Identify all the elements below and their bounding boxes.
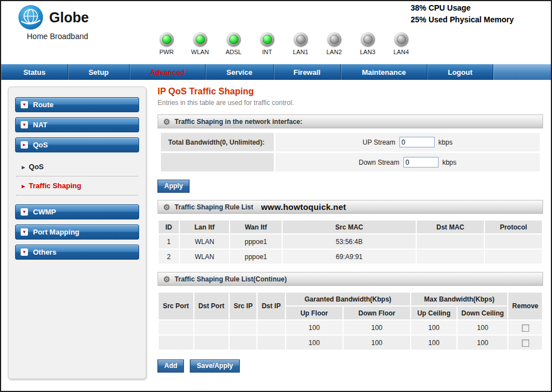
col-down-floor: Down Floor <box>344 307 410 319</box>
section-heading: Traffic Shaping Rule List <box>175 203 254 211</box>
led-lan3: LAN3 <box>360 32 375 55</box>
nav-item-maintenance[interactable]: Maintenance <box>341 64 427 80</box>
section-heading: Traffic Shaping Rule List(Continue) <box>175 275 287 283</box>
cell-lan-itf: WLAN <box>180 250 229 264</box>
chevron-down-icon <box>21 121 28 128</box>
cell-dst-mac <box>417 250 484 264</box>
sidebar-item-others[interactable]: Others <box>15 245 139 260</box>
page-subtitle: Entries in this table are used for traff… <box>158 99 543 107</box>
col-remove: Remove <box>508 293 542 319</box>
col-group-garanted: Garanted Bandwidth(Kbps) <box>286 293 410 305</box>
cell-src-mac: 69:A9:91 <box>283 250 416 264</box>
cell-dst-port <box>194 336 229 350</box>
cell-down-floor: 100 <box>344 336 410 350</box>
led-pwr: PWR <box>159 32 174 55</box>
rule-list-continue-table: Src Port Dst Port Src IP Dst IP Garanted… <box>158 291 543 351</box>
led-wlan: WLAN <box>192 32 208 55</box>
cell-dst-ip <box>258 321 284 334</box>
gear-icon <box>163 118 170 126</box>
content: Route NAT QoS QoS Traffic Shaping <box>1 80 551 379</box>
nav-item-setup[interactable]: Setup <box>68 64 130 80</box>
table-header-row: ID Lan Itf Wan Itf Src MAC Dst MAC Proto… <box>159 221 542 233</box>
nav-item-logout[interactable]: Logout <box>427 64 493 80</box>
cell-wan-itf: pppoe1 <box>230 250 282 264</box>
led-bulb <box>361 32 375 46</box>
total-bandwidth-label-spacer <box>161 153 274 171</box>
cell-dst-mac <box>417 235 484 248</box>
nav-item-service[interactable]: Service <box>206 64 274 80</box>
sidebar-subitem-traffic-shaping[interactable]: Traffic Shaping <box>16 176 138 195</box>
led-label: PWR <box>159 49 174 55</box>
sidebar-item-nat[interactable]: NAT <box>15 117 139 132</box>
col-wan-itf: Wan Itf <box>230 221 282 233</box>
col-up-floor: Up Floor <box>286 307 343 319</box>
col-up-ceiling: Up Ceiling <box>411 307 457 319</box>
section-header-rule-list-continue: Traffic Shaping Rule List(Continue) <box>158 272 543 286</box>
nav-filler <box>493 64 551 80</box>
cell-remove <box>508 336 542 350</box>
table-row: 2 WLAN pppoe1 69:A9:91 <box>159 250 542 264</box>
col-dst-ip: Dst IP <box>258 293 284 319</box>
save-apply-button[interactable]: Save/Apply <box>190 360 240 372</box>
sidebar: Route NAT QoS QoS Traffic Shaping <box>8 87 146 379</box>
cell-wan-itf: pppoe1 <box>230 235 282 248</box>
table-row: 1 WLAN pppoe1 53:56:4B <box>159 235 542 248</box>
qos-submenu: QoS Traffic Shaping <box>16 157 138 195</box>
rule-list-table: ID Lan Itf Wan Itf Src MAC Dst MAC Proto… <box>158 219 543 265</box>
cell-dst-ip <box>258 336 284 350</box>
memory-usage-stat: 25% Used Physical Memory <box>411 14 513 26</box>
led-label: LAN1 <box>293 49 308 55</box>
nav-item-firewall[interactable]: Firewall <box>274 64 341 80</box>
cell-up-ceiling: 100 <box>411 321 457 334</box>
chevron-down-icon <box>21 248 28 256</box>
up-stream-input[interactable] <box>399 137 435 147</box>
section-heading: Traffic Shaping in the network interface… <box>175 118 303 126</box>
sidebar-subitem-qos[interactable]: QoS <box>16 157 138 176</box>
apply-button[interactable]: Apply <box>158 180 189 193</box>
gear-icon <box>163 203 170 211</box>
remove-checkbox[interactable] <box>522 324 529 332</box>
remove-checkbox[interactable] <box>522 340 529 347</box>
cell-id: 1 <box>159 235 179 248</box>
chevron-down-icon <box>21 101 28 108</box>
interface-bandwidth-table: Total Bandwidth(0, Unlimited): UP Stream… <box>161 133 540 171</box>
up-stream-label: UP Stream <box>363 138 395 146</box>
led-bulb <box>160 32 174 46</box>
chevron-down-icon <box>21 208 28 216</box>
arrow-right-icon <box>22 181 25 190</box>
table-row: 100 100 100 100 <box>159 321 542 334</box>
sidebar-item-cwmp[interactable]: CWMP <box>15 204 139 219</box>
total-bandwidth-label: Total Bandwidth(0, Unlimited): <box>161 133 274 151</box>
cell-src-ip <box>230 336 256 350</box>
led-label: INT <box>262 49 272 55</box>
led-bulb <box>227 32 241 46</box>
sidebar-item-route[interactable]: Route <box>15 97 139 112</box>
cell-src-port <box>159 321 193 334</box>
cell-remove <box>508 321 542 334</box>
gear-icon <box>163 275 170 283</box>
add-button[interactable]: Add <box>158 360 184 372</box>
col-id: ID <box>159 221 179 233</box>
arrow-right-icon <box>22 162 25 171</box>
sidebar-item-port-mapping[interactable]: Port Mapping <box>15 224 139 240</box>
sidebar-item-qos[interactable]: QoS <box>15 137 139 152</box>
nav-item-status[interactable]: Status <box>1 64 68 80</box>
header: Globe Home Broadband PWR WLAN ADSL INT <box>1 1 551 64</box>
main-nav: Status Setup Advanced Service Firewall M… <box>1 64 551 80</box>
led-lan1: LAN1 <box>293 32 308 55</box>
col-protocol: Protocol <box>485 221 542 233</box>
cell-down-floor: 100 <box>344 321 410 334</box>
led-bulb <box>327 32 341 46</box>
nav-item-advanced[interactable]: Advanced <box>130 64 206 80</box>
cell-src-mac: 53:56:4B <box>283 235 416 248</box>
sidebar-item-label: Port Mapping <box>33 228 79 236</box>
led-label: ADSL <box>226 49 242 55</box>
col-dst-port: Dst Port <box>194 293 229 319</box>
down-stream-input[interactable] <box>403 157 439 168</box>
led-bulb <box>260 32 274 46</box>
cell-src-ip <box>230 321 256 334</box>
led-label: LAN2 <box>326 49 342 55</box>
watermark-text: www.howtoquick.net <box>261 202 346 212</box>
cell-src-port <box>159 336 193 350</box>
led-label: LAN4 <box>393 49 409 55</box>
